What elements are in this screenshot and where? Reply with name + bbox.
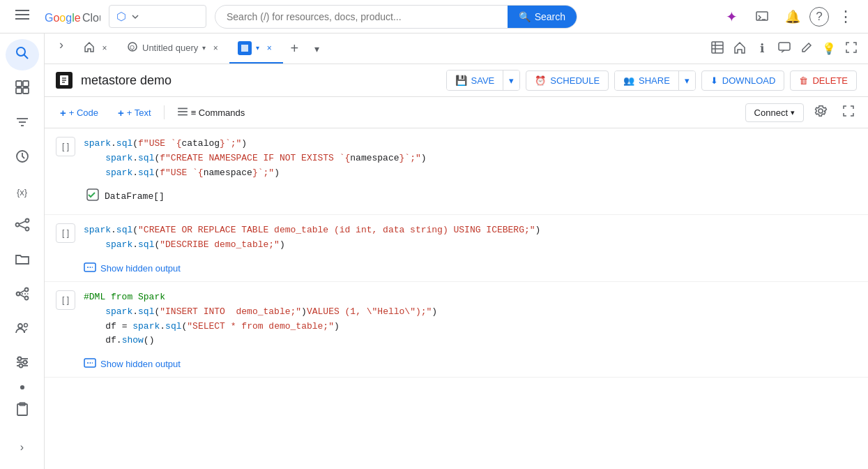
info-button[interactable]: ℹ — [751, 38, 773, 60]
svg-point-31 — [17, 357, 21, 360]
sidebar-pipeline-button[interactable] — [6, 279, 39, 311]
google-cloud-logo[interactable]: Google Cloud — [45, 8, 100, 26]
sidebar-history-button[interactable] — [6, 142, 39, 174]
save-button[interactable]: 💾 SAVE — [447, 70, 503, 90]
sidebar-toggle-icon: › — [59, 38, 63, 52]
notebook-header: metastore demo 💾 SAVE ▾ ⏰ SCHEDULE — [45, 64, 868, 97]
project-selector[interactable]: ⬡ — [109, 5, 206, 28]
project-chevron-icon — [130, 12, 140, 22]
gemini-button[interactable]: ✦ — [717, 3, 745, 31]
share-dropdown-button[interactable]: ▾ — [678, 71, 695, 90]
output-icon-1 — [86, 188, 99, 204]
connect-chevron-icon: ▾ — [791, 108, 795, 117]
gear-button[interactable] — [809, 101, 832, 124]
cell-1-content[interactable]: spark.sql(f"USE `{catalog}`;") spark.sql… — [84, 137, 857, 180]
sidebar-share-button[interactable] — [6, 211, 39, 242]
home-toolbar-button[interactable] — [729, 38, 751, 60]
download-button[interactable]: ⬇ DOWNLOAD — [701, 70, 785, 91]
svg-rect-5 — [756, 12, 768, 20]
search-sidebar-icon — [15, 45, 30, 64]
clipboard-icon — [15, 401, 30, 420]
sidebar-filter-button[interactable] — [6, 107, 39, 139]
share-button[interactable]: 👥 SHARE — [615, 71, 678, 90]
cell-2: [ ] spark.sql("CREATE OR REPLACE TABLE d… — [45, 215, 868, 258]
sidebar-search-button[interactable] — [6, 39, 39, 70]
cell-2-content[interactable]: spark.sql("CREATE OR REPLACE TABLE demo_… — [84, 223, 857, 253]
header-actions: 💾 SAVE ▾ ⏰ SCHEDULE 👥 SHARE — [446, 70, 857, 91]
notebook-icon — [56, 72, 73, 89]
hamburger-icon — [15, 8, 29, 25]
more-menu-button[interactable]: ⋮ — [832, 3, 860, 31]
add-tab-button[interactable]: + — [283, 34, 305, 64]
filter-icon — [15, 114, 30, 133]
expand-notebook-icon — [842, 104, 855, 121]
search-button[interactable]: 🔍 Search — [508, 6, 577, 28]
sidebar-variable-button[interactable]: {x} — [6, 177, 39, 208]
chat-button[interactable] — [773, 38, 795, 60]
cell-1-run-button[interactable]: [ ] — [56, 137, 75, 156]
cell-2-run-button[interactable]: [ ] — [56, 223, 75, 243]
connect-button[interactable]: Connect ▾ — [745, 103, 804, 122]
show-hidden-icon-2 — [84, 261, 96, 276]
delete-button[interactable]: 🗑 DELETE — [790, 70, 857, 91]
cell-3-run-button[interactable]: [ ] — [56, 290, 75, 310]
notifications-button[interactable]: 🔔 — [779, 3, 807, 31]
fullscreen-icon — [845, 41, 858, 57]
main-layout: {x} — [0, 34, 868, 469]
top-navigation: Google Cloud ⬡ 🔍 Search ✦ 🔔 ? ⋮ — [0, 0, 868, 34]
bulb-button[interactable]: 💡 — [818, 38, 840, 60]
tab-home[interactable]: × — [75, 34, 119, 64]
svg-line-25 — [20, 290, 24, 293]
save-btn-group: 💾 SAVE ▾ — [446, 70, 521, 91]
save-dropdown-button[interactable]: ▾ — [503, 70, 519, 90]
gear-icon — [814, 104, 828, 121]
tab-active[interactable]: ▾ × — [229, 34, 283, 64]
fullscreen-button[interactable] — [840, 38, 862, 60]
expand-notebook-button[interactable] — [837, 101, 860, 124]
table-view-button[interactable] — [706, 38, 729, 60]
svg-point-17 — [15, 223, 19, 227]
search-input[interactable] — [215, 6, 508, 28]
help-button[interactable]: ? — [809, 7, 829, 27]
edit-button[interactable] — [795, 38, 818, 60]
commands-button[interactable]: ≡ Commands — [170, 103, 252, 123]
add-code-button[interactable]: + + Code — [53, 103, 105, 122]
menu-button[interactable] — [8, 3, 36, 31]
show-hidden-icon-3 — [84, 357, 96, 371]
svg-point-19 — [25, 228, 29, 231]
svg-rect-1 — [15, 14, 29, 15]
sidebar-people-button[interactable] — [6, 314, 39, 345]
svg-rect-11 — [16, 88, 22, 94]
tab-untitled-query[interactable]: Q Untitled query ▾ × — [119, 34, 229, 64]
add-text-button[interactable]: + + Text — [111, 103, 158, 122]
sidebar-clipboard-button[interactable] — [6, 395, 39, 426]
untitled-query-tab-close-button[interactable]: × — [210, 43, 221, 54]
sidebar-folder-button[interactable] — [6, 245, 39, 276]
chat-icon — [778, 41, 791, 57]
cloud-shell-button[interactable] — [748, 3, 776, 31]
cell-1-output-text: DataFrame[] — [105, 191, 165, 202]
sidebar-dashboard-button[interactable] — [6, 73, 39, 105]
folder-icon — [15, 251, 30, 270]
edit-icon — [800, 41, 813, 57]
show-hidden-output-2[interactable]: Show hidden output — [45, 258, 868, 281]
cell-3-content[interactable]: #DML from Spark spark.sql("INSERT INTO d… — [84, 290, 857, 348]
show-hidden-output-3[interactable]: Show hidden output — [45, 354, 868, 377]
google-logo-svg: Google Cloud — [45, 8, 100, 26]
left-sidebar: {x} — [0, 34, 45, 469]
svg-line-21 — [19, 225, 25, 228]
active-tab-close-button[interactable]: × — [264, 43, 275, 54]
schedule-button[interactable]: ⏰ SCHEDULE — [526, 70, 609, 91]
sidebar-toggle-button[interactable]: › — [50, 34, 73, 56]
bulb-icon: 💡 — [822, 42, 836, 55]
svg-rect-2 — [15, 18, 29, 20]
svg-line-8 — [24, 55, 28, 59]
variable-icon: {x} — [17, 187, 27, 198]
home-tab-close-button[interactable]: × — [99, 43, 110, 54]
sidebar-settings-button[interactable] — [6, 348, 39, 380]
tab-menu-button[interactable]: ▾ — [305, 34, 328, 64]
settings-icon — [15, 355, 30, 373]
svg-rect-12 — [23, 88, 29, 94]
cell-1: [ ] spark.sql(f"USE `{catalog}`;") spark… — [45, 128, 868, 186]
sidebar-expand-button[interactable]: › — [6, 432, 39, 463]
